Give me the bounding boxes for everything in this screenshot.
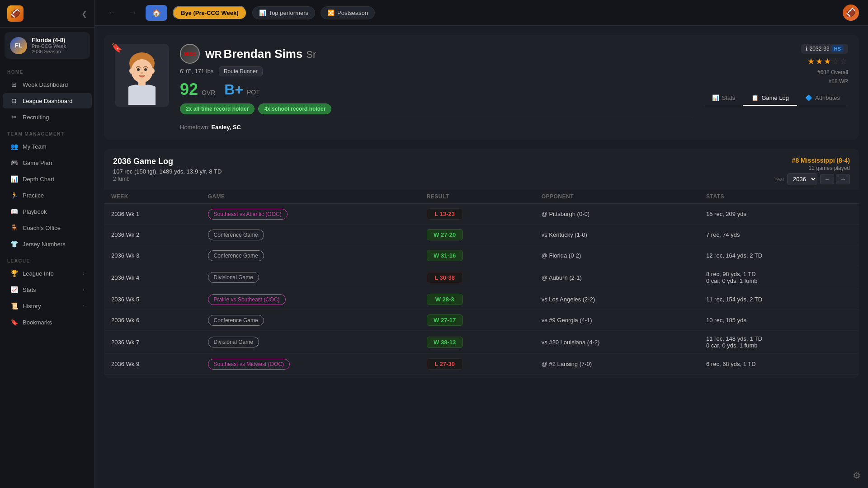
sidebar-item-league-info[interactable]: 🏆 League Info ›: [3, 266, 92, 281]
svg-point-1: [131, 59, 153, 83]
top-nav: ← → 🏠 Bye (Pre-CCG Week) 📊 Top performer…: [95, 0, 868, 26]
team-icon: 👥: [10, 143, 18, 150]
sidebar-item-league-dashboard[interactable]: ⊟ League Dashboard: [3, 93, 92, 108]
result-badge: W 28-3: [427, 294, 463, 305]
col-stats: Stats: [699, 190, 859, 204]
result-cell: W 27-20: [420, 225, 534, 245]
stats-icon: 📈: [10, 286, 18, 293]
week-cell: 2036 Wk 9: [104, 354, 201, 375]
sidebar-item-label: My Team: [23, 143, 47, 150]
sidebar-item-week-dashboard[interactable]: ⊞ Week Dashboard: [3, 77, 92, 92]
sidebar-item-jersey-numbers[interactable]: 👕 Jersey Numbers: [3, 236, 92, 252]
postseason-icon: 🔀: [327, 9, 335, 16]
sidebar: 🏈 ❮ FL Florida (4-8) Pre-CCG Week 2036 S…: [0, 0, 95, 488]
stats-cell: 12 rec, 164 yds, 2 TD: [706, 252, 762, 259]
home-button[interactable]: 🏠: [146, 5, 167, 21]
bookmark-toggle-button[interactable]: 🔖: [111, 42, 123, 53]
week-cell: 2036 Wk 4: [104, 266, 201, 289]
player-details: 6' 0", 171 lbs Route Runner: [180, 66, 693, 76]
performers-icon: 📊: [259, 9, 266, 16]
game-log-summary: 107 rec (150 tgt), 1489 yds, 13.9 y/r, 8…: [113, 168, 222, 175]
section-label-league: LEAGUE: [0, 252, 94, 265]
opponent-highlight: #8 Mississippi (8-4): [774, 157, 850, 164]
year-next-button[interactable]: →: [836, 174, 850, 184]
stats-cell-wrap: 10 rec, 185 yds: [699, 310, 859, 331]
sidebar-item-game-plan[interactable]: 🎮 Game Plan: [3, 155, 92, 170]
year-nav: ← →: [820, 174, 850, 184]
svg-point-3: [144, 68, 147, 71]
svg-point-5: [129, 68, 133, 74]
year-select[interactable]: 2036 2035 2034: [787, 173, 817, 185]
result-badge: W 31-16: [427, 250, 463, 261]
main-area: ← → 🏠 Bye (Pre-CCG Week) 📊 Top performer…: [95, 0, 868, 488]
stats-cell-wrap: 8 rec, 98 yds, 1 TD0 car, 0 yds, 1 fumb: [699, 266, 859, 289]
trophy-icon: 🏆: [10, 270, 18, 277]
sidebar-item-depth-chart[interactable]: 📊 Depth Chart: [3, 171, 92, 187]
week-cell: 2036 Wk 6: [104, 310, 201, 331]
opponent-cell: vs #9 Georgia (4-1): [534, 310, 699, 331]
game-cell: Conference Game: [201, 225, 420, 245]
stats-cell: 10 rec, 185 yds: [706, 317, 746, 324]
player-header: MISS WR Brendan Sims Sr: [180, 44, 693, 64]
result-badge: W 27-20: [427, 229, 463, 240]
sidebar-item-bookmarks[interactable]: 🔖 Bookmarks: [3, 314, 92, 330]
top-performers-button[interactable]: 📊 Top performers: [252, 6, 315, 19]
sidebar-item-coaches-office[interactable]: 🪑 Coach's Office: [3, 220, 92, 235]
sidebar-item-recruiting[interactable]: ✂ Recruiting: [3, 109, 92, 125]
dashboard-icon: ⊟: [10, 97, 18, 104]
sidebar-collapse-button[interactable]: ❮: [81, 9, 87, 18]
sidebar-item-label: Bookmarks: [23, 319, 52, 326]
result-cell: W 27-17: [420, 310, 534, 331]
week-cell: 2036 Wk 5: [104, 289, 201, 310]
depthchart-icon: 📊: [10, 175, 18, 183]
table-row: 2036 Wk 3 Conference Game W 31-16 @ Flor…: [104, 245, 859, 266]
ranking-overall: #632 Overall: [817, 69, 848, 75]
settings-button[interactable]: ⚙: [853, 470, 861, 481]
sidebar-item-label: History: [23, 303, 41, 310]
bye-week-button[interactable]: Bye (Pre-CCG Week): [173, 6, 247, 20]
tab-stats[interactable]: 📊 Stats: [704, 91, 744, 106]
season-badge: ℹ 2032-33 HS: [801, 44, 848, 54]
sidebar-item-stats[interactable]: 📈 Stats ›: [3, 282, 92, 297]
tab-attributes[interactable]: 🔷 Attributes: [797, 91, 848, 106]
result-cell: W 31-16: [420, 245, 534, 266]
player-info: MISS WR Brendan Sims Sr 6' 0", 171 lbs R…: [180, 44, 693, 131]
badge-alltime: 2x all-time record holder: [180, 103, 255, 114]
sidebar-item-label: Recruiting: [23, 114, 49, 121]
nav-forward-button[interactable]: →: [125, 6, 140, 19]
stats-cell-wrap: 11 rec, 148 yds, 1 TD0 car, 0 yds, 1 fum…: [699, 331, 859, 354]
opponent-cell: vs Los Angeles (2-2): [534, 289, 699, 310]
team-info-box[interactable]: FL Florida (4-8) Pre-CCG Week 2036 Seaso…: [5, 32, 90, 59]
nav-back-button[interactable]: ←: [104, 6, 119, 19]
tab-game-log[interactable]: 📋 Game Log: [743, 91, 797, 106]
game-cell: Southeast vs Atlantic (OOC): [201, 204, 420, 225]
year-prev-button[interactable]: ←: [820, 174, 834, 184]
result-cell: L 30-38: [420, 266, 534, 289]
week-cell: 2036 Wk 1: [104, 204, 201, 225]
sidebar-item-history[interactable]: 📜 History ›: [3, 298, 92, 314]
player-position: WR: [205, 49, 222, 60]
sidebar-item-playbook[interactable]: 📖 Playbook: [3, 204, 92, 219]
game-type-pill: Southeast vs Atlantic (OOC): [208, 209, 288, 220]
svg-point-2: [137, 68, 140, 71]
game-cell: Prairie vs Southeast (OOC): [201, 289, 420, 310]
table-row: 2036 Wk 4 Divisional Game L 30-38 @ Aubu…: [104, 266, 859, 289]
star-rating: ★★★☆☆: [807, 56, 848, 66]
recruiting-icon: ✂: [10, 113, 18, 121]
table-row: 2036 Wk 2 Conference Game W 27-20 vs Ken…: [104, 225, 859, 245]
result-badge: L 13-23: [427, 208, 463, 220]
game-type-pill: Divisional Game: [208, 337, 259, 347]
postseason-button[interactable]: 🔀 Postseason: [321, 6, 375, 19]
hs-badge: HS: [831, 45, 844, 52]
stats-cell-wrap: 7 rec, 74 yds: [699, 225, 859, 245]
info-icon: ℹ: [806, 46, 808, 52]
stats-cell: 11 rec, 154 yds, 2 TD: [706, 296, 762, 303]
game-cell: Divisional Game: [201, 331, 420, 354]
stats-cell: 7 rec, 74 yds: [706, 231, 740, 238]
playbook-icon: 📖: [10, 208, 18, 215]
sidebar-item-practice[interactable]: 🏃 Practice: [3, 188, 92, 203]
week-cell: 2036 Wk 2: [104, 225, 201, 245]
table-row: 2036 Wk 5 Prairie vs Southeast (OOC) W 2…: [104, 289, 859, 310]
sidebar-item-my-team[interactable]: 👥 My Team: [3, 139, 92, 154]
sidebar-item-label: League Info: [23, 270, 54, 277]
